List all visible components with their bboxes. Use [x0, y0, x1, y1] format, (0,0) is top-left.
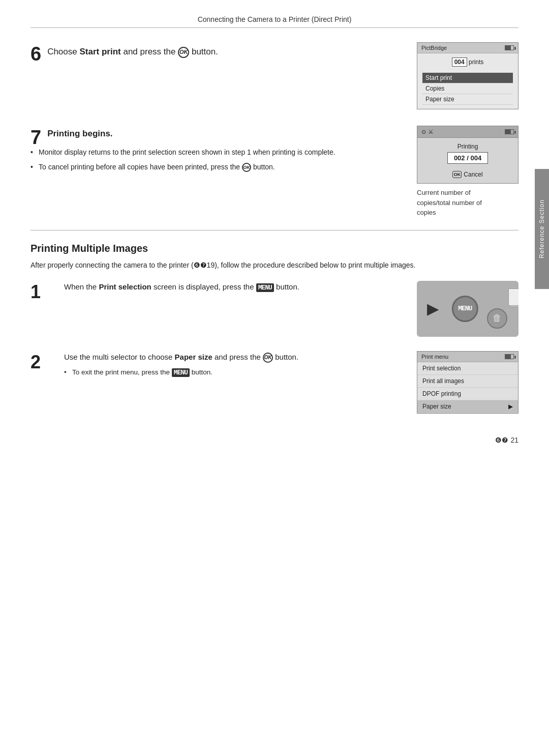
step-2-row: 2 Use the multi selector to choose Paper… [30, 351, 518, 414]
step-6-number: 6 [30, 44, 41, 64]
cancel-row: OK Cancel [424, 171, 511, 178]
menu-item-print-selection: Print selection [417, 362, 518, 375]
menu-item-dpof: DPOF printing [417, 388, 518, 400]
step-2-bullets: To exit the print menu, press the MENU b… [64, 367, 402, 378]
step-1-number: 1 [30, 283, 49, 301]
trash-button: 🗑 [487, 308, 507, 329]
step-6-text: 6 Choose Start print and press the OK bu… [30, 42, 402, 64]
ok-button-inline: OK [242, 163, 251, 172]
step-6-section: 6 Choose Start print and press the OK bu… [30, 42, 518, 109]
ok-button-step2: OK [263, 353, 273, 363]
bullet-2: To cancel printing before all copies hav… [30, 162, 402, 172]
print-menu-header: Print menu [417, 352, 518, 362]
step-7-text: 7 Printing begins. Monitor display retur… [30, 126, 402, 218]
step-7-image-col: ⊙ ⚔ Printing 002 / 004 OK Cancel Current… [417, 126, 518, 218]
step-1-heading: When the Print selection screen is displ… [64, 281, 402, 294]
step-7-number: 7 [30, 128, 41, 147]
printing-counter: 002 / 004 [447, 152, 488, 164]
menu-copies: Copies [422, 83, 513, 94]
step-2-number: 2 [30, 353, 49, 371]
menu-circle-button: MENU [452, 296, 478, 322]
step-2-image: Print menu Print selection Print all ima… [417, 351, 518, 414]
step-7-section: 7 Printing begins. Monitor display retur… [30, 126, 518, 218]
step-1-image: ▶ MENU 🗑 [417, 281, 518, 337]
menu-paper-size: Paper size [422, 94, 513, 105]
printing-multiple-section: Printing Multiple Images After properly … [30, 243, 518, 414]
printing-screen: ⊙ ⚔ Printing 002 / 004 OK Cancel [417, 126, 518, 184]
photo-card-front [508, 288, 518, 306]
ok-button-icon: OK [178, 47, 189, 58]
menu-item-print-all: Print all images [417, 375, 518, 388]
pictbridge-screen: PictBridge 004 prints Start print Copies… [417, 42, 518, 109]
step-1-content: When the Print selection screen is displ… [64, 281, 402, 298]
printing-caption: Current number of copies/total number of… [417, 188, 518, 218]
bullet-1: Monitor display returns to the print sel… [30, 147, 402, 158]
reference-section-tab: Reference Section [535, 169, 549, 289]
step-7-bullets: Monitor display returns to the print sel… [30, 147, 402, 172]
pictbridge-body: 004 prints Start print Copies Paper size [417, 53, 518, 109]
printing-label: Printing [424, 143, 511, 150]
menu-button-label: MENU [256, 283, 274, 292]
step-2-heading: Use the multi selector to choose Paper s… [64, 351, 402, 363]
header-title: Connecting the Camera to a Printer (Dire… [198, 15, 352, 23]
printing-header: ⊙ ⚔ [417, 126, 518, 138]
printing-body: Printing 002 / 004 OK Cancel [417, 138, 518, 183]
menu-start-print: Start print [422, 73, 513, 83]
battery-icon [505, 45, 514, 50]
ok-rect-icon: OK [452, 171, 462, 178]
menu-btn-inline: MENU [172, 368, 190, 377]
section-title: Printing Multiple Images [30, 243, 518, 254]
header-symbols: ⊙ ⚔ [421, 128, 434, 135]
camera-image: ▶ MENU 🗑 [417, 281, 518, 337]
prints-display: 004 prints [422, 57, 513, 67]
step-7-heading: Printing begins. [30, 126, 402, 139]
arrow-indicator: ▶ [427, 300, 438, 317]
battery-icon-3 [505, 354, 514, 359]
step-1-row: 1 When the Print selection screen is dis… [30, 281, 518, 337]
page-footer: ❻❼ 21 [495, 436, 518, 444]
step-6-screen: PictBridge 004 prints Start print Copies… [417, 42, 518, 109]
page-header: Connecting the Camera to a Printer (Dire… [30, 15, 518, 28]
print-menu-screen: Print menu Print selection Print all ima… [417, 351, 518, 414]
battery-icon-2 [505, 129, 514, 134]
page-number: 21 [510, 436, 518, 444]
footer-prefix: ❻❼ [495, 436, 508, 444]
menu-item-paper-size: Paper size ▶ [417, 400, 518, 413]
section-desc: After properly connecting the camera to … [30, 259, 518, 271]
step-6-heading: Choose Start print and press the OK butt… [30, 42, 402, 59]
step-2-content: Use the multi selector to choose Paper s… [64, 351, 402, 378]
section-divider [30, 230, 518, 230]
step-2-bullet: To exit the print menu, press the MENU b… [64, 367, 402, 378]
pictbridge-header: PictBridge [417, 43, 518, 53]
